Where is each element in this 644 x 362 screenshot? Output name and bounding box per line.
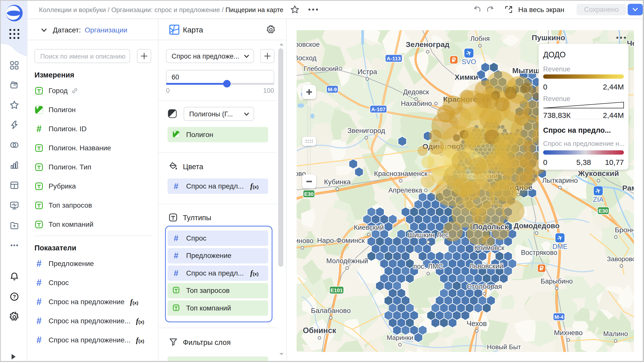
svg-text:Истра: Истра	[357, 68, 377, 76]
svg-text:Лобня: Лобня	[470, 35, 490, 42]
svg-text:Глебовский: Глебовский	[304, 65, 338, 72]
svg-text:пос. ЛМС: пос. ЛМС	[413, 263, 443, 270]
svg-text:чиново: чиново	[297, 237, 313, 245]
svg-text:Раменско: Раменско	[622, 184, 634, 192]
svg-text:Шишкин Лес: Шишкин Лес	[408, 231, 449, 239]
svg-text:Барыбино: Барыбино	[541, 278, 573, 285]
svg-text:Молодёжный: Молодёжный	[326, 257, 368, 265]
svg-text:Е101: Е101	[330, 287, 343, 293]
svg-text:SVO: SVO	[462, 58, 476, 66]
svg-text:Львовский: Львовский	[469, 262, 503, 270]
svg-text:Апрелевка: Апрелевка	[388, 187, 422, 194]
svg-text:Обнинск: Обнинск	[303, 326, 336, 335]
svg-text:?: ?	[13, 294, 16, 299]
svg-text:Балабаново: Балабаново	[311, 307, 351, 314]
svg-text:Столбовая: Столбовая	[467, 283, 502, 290]
svg-text:М-4: М-4	[554, 314, 564, 320]
svg-text:Е30: Е30	[598, 208, 608, 214]
svg-text:Подольск: Подольск	[473, 223, 508, 231]
svg-text:ZIA: ZIA	[593, 196, 603, 203]
svg-text:Новый Быт: Новый Быт	[487, 343, 521, 351]
svg-text:Кубинка: Кубинка	[324, 178, 351, 186]
svg-text:Е30: Е30	[304, 191, 313, 197]
svg-text:Бронницы: Бронницы	[615, 226, 634, 234]
svg-text:ровское: ровское	[297, 41, 320, 48]
svg-text:А-107: А-107	[371, 106, 385, 112]
svg-text:Дедовск: Дедовск	[403, 88, 429, 96]
svg-text:₽: ₽	[540, 265, 544, 272]
svg-text:Киевский: Киевский	[354, 223, 384, 231]
svg-text:Восход: Восход	[297, 54, 316, 62]
svg-text:М-9: М-9	[328, 86, 337, 92]
svg-text:Чехов: Чехов	[467, 320, 487, 328]
svg-text:Звенигород: Звенигород	[347, 127, 385, 134]
svg-text:Малино: Малино	[603, 330, 628, 338]
svg-text:₽: ₽	[452, 56, 456, 63]
svg-text:Зеленоград: Зеленоград	[406, 40, 450, 49]
svg-text:Краснознаменск: Краснознаменск	[374, 170, 428, 177]
svg-text:Лыткарино: Лыткарино	[542, 176, 578, 184]
svg-text:Химки: Химки	[455, 73, 478, 81]
svg-text:Заворово: Заворово	[607, 255, 634, 263]
svg-text:Наро-Фоминск: Наро-Фоминск	[317, 237, 365, 244]
svg-text:Пушкино: Пушкино	[532, 33, 565, 42]
svg-text:Нахабино: Нахабино	[401, 100, 432, 107]
svg-text:Жуковский: Жуковский	[578, 169, 619, 177]
svg-text:Михнево: Михнево	[554, 329, 583, 337]
svg-text:Климовск: Климовск	[474, 244, 504, 252]
svg-text:Маринки: Маринки	[387, 334, 413, 341]
svg-text:Домодедово: Домодедово	[514, 222, 560, 230]
svg-text:А-113: А-113	[387, 56, 401, 61]
svg-text:Востряково: Востряково	[521, 249, 557, 256]
